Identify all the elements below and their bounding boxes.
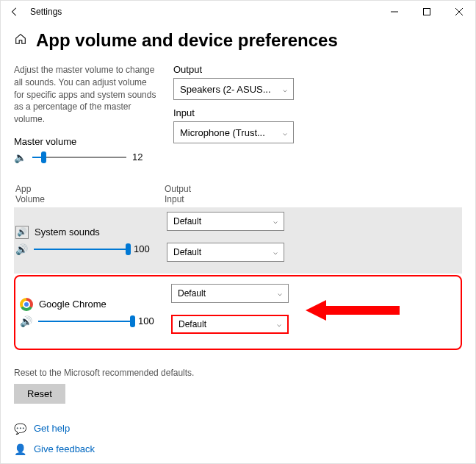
window-title: Settings	[30, 7, 62, 17]
speaker-icon[interactable]: 🔊	[20, 315, 32, 327]
col-output-label: Output	[165, 184, 191, 194]
chevron-down-icon: ⌵	[277, 320, 281, 328]
app-volume-slider[interactable]	[38, 321, 132, 322]
master-volume-slider[interactable]	[32, 157, 126, 158]
app-name: Google Chrome	[39, 299, 107, 310]
feedback-icon: 👤	[14, 443, 26, 455]
chevron-down-icon: ⌵	[283, 129, 287, 137]
description-text: Adjust the master volume to change all s…	[14, 64, 157, 126]
app-name: System sounds	[35, 226, 100, 238]
app-volume-value: 100	[134, 243, 153, 254]
chrome-icon	[20, 298, 33, 311]
app-output-select[interactable]: Default ⌵	[171, 284, 289, 303]
chevron-down-icon: ⌵	[273, 217, 278, 225]
app-input-select[interactable]: Default ⌵	[171, 315, 289, 334]
app-volume-value: 100	[138, 315, 157, 326]
back-button[interactable]	[7, 4, 23, 20]
chevron-down-icon: ⌵	[273, 248, 278, 256]
master-volume-value: 12	[132, 151, 151, 163]
input-device-value: Microphone (Trust...	[180, 127, 265, 138]
help-icon: 💬	[14, 423, 26, 435]
col-volume-label: Volume	[15, 194, 165, 204]
reset-description: Reset to the Microsoft recommended defau…	[14, 368, 462, 378]
input-label: Input	[173, 107, 294, 118]
maximize-button[interactable]	[411, 1, 443, 23]
app-output-value: Default	[173, 216, 201, 226]
chevron-down-icon: ⌵	[283, 85, 287, 93]
titlebar: Settings	[1, 1, 475, 23]
system-sounds-icon: 🔊	[15, 226, 29, 239]
app-input-value: Default	[178, 319, 206, 329]
col-app-label: App	[15, 184, 165, 194]
app-output-select[interactable]: Default ⌵	[167, 212, 284, 231]
output-device-select[interactable]: Speakers (2- ASUS... ⌵	[173, 78, 294, 100]
app-row-system-sounds: 🔊 System sounds 🔊 100 Default ⌵	[14, 207, 462, 274]
reset-button[interactable]: Reset	[14, 384, 65, 404]
col-input-label: Input	[165, 194, 191, 204]
apps-table-header: App Volume Output Input	[14, 184, 462, 204]
input-device-select[interactable]: Microphone (Trust... ⌵	[173, 121, 294, 143]
app-input-value: Default	[173, 247, 201, 257]
output-device-value: Speakers (2- ASUS...	[180, 84, 271, 95]
arrow-annotation	[306, 300, 400, 321]
home-icon[interactable]	[14, 32, 27, 49]
highlight-annotation: Google Chrome 🔊 100 Default ⌵	[14, 275, 462, 350]
app-volume-slider[interactable]	[34, 249, 128, 250]
give-feedback-link[interactable]: Give feedback	[34, 443, 95, 454]
close-button[interactable]	[443, 1, 475, 23]
app-output-value: Default	[178, 288, 206, 299]
get-help-link[interactable]: Get help	[34, 423, 70, 434]
master-volume-label: Master volume	[14, 136, 157, 147]
output-label: Output	[173, 64, 294, 75]
minimize-button[interactable]	[378, 1, 411, 23]
speaker-icon[interactable]: 🔈	[14, 151, 26, 163]
app-input-select[interactable]: Default ⌵	[167, 243, 284, 262]
chevron-down-icon: ⌵	[278, 289, 282, 297]
svg-rect-1	[424, 9, 430, 15]
speaker-icon[interactable]: 🔊	[15, 243, 28, 255]
page-title: App volume and device preferences	[36, 30, 338, 51]
